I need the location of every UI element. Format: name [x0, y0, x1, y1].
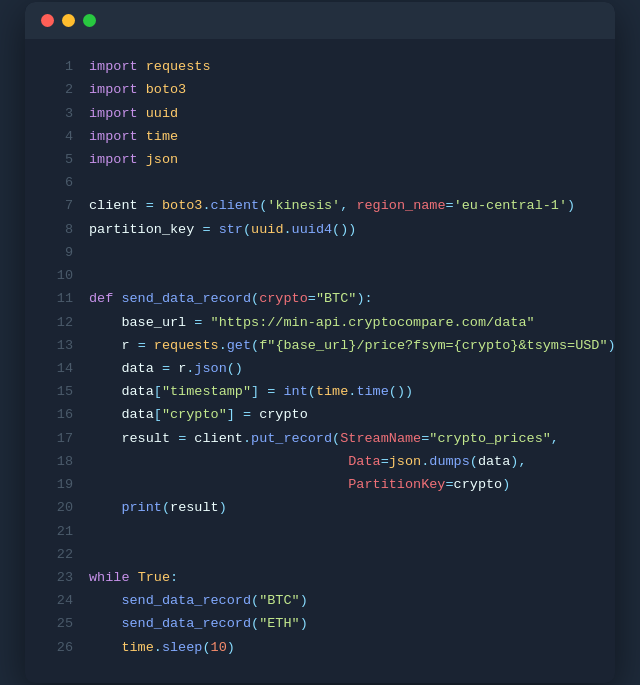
line-26: 26 time.sleep(10) [45, 636, 595, 659]
line-2: 2 import boto3 [45, 78, 595, 101]
line-6: 6 [45, 171, 595, 194]
line-20: 20 print(result) [45, 496, 595, 519]
line-24: 24 send_data_record("BTC") [45, 589, 595, 612]
line-19: 19 PartitionKey=crypto) [45, 473, 595, 496]
line-12: 12 base_url = "https://min-api.cryptocom… [45, 311, 595, 334]
line-7: 7 client = boto3.client('kinesis', regio… [45, 194, 595, 217]
maximize-button[interactable] [83, 14, 96, 27]
line-1: 1 import requests [45, 55, 595, 78]
line-22: 22 [45, 543, 595, 566]
titlebar [25, 2, 615, 39]
line-4: 4 import time [45, 125, 595, 148]
line-17: 17 result = client.put_record(StreamName… [45, 427, 595, 450]
code-area: 1 import requests 2 import boto3 3 impor… [25, 39, 615, 683]
close-button[interactable] [41, 14, 54, 27]
line-5: 5 import json [45, 148, 595, 171]
line-8: 8 partition_key = str(uuid.uuid4()) [45, 218, 595, 241]
line-13: 13 r = requests.get(f"{base_url}/price?f… [45, 334, 595, 357]
line-25: 25 send_data_record("ETH") [45, 612, 595, 635]
line-10: 10 [45, 264, 595, 287]
line-9: 9 [45, 241, 595, 264]
line-11: 11 def send_data_record(crypto="BTC"): [45, 287, 595, 310]
line-18: 18 Data=json.dumps(data), [45, 450, 595, 473]
line-16: 16 data["crypto"] = crypto [45, 403, 595, 426]
line-21: 21 [45, 520, 595, 543]
line-15: 15 data["timestamp"] = int(time.time()) [45, 380, 595, 403]
code-editor-window: 1 import requests 2 import boto3 3 impor… [25, 2, 615, 683]
minimize-button[interactable] [62, 14, 75, 27]
line-3: 3 import uuid [45, 102, 595, 125]
line-14: 14 data = r.json() [45, 357, 595, 380]
line-23: 23 while True: [45, 566, 595, 589]
